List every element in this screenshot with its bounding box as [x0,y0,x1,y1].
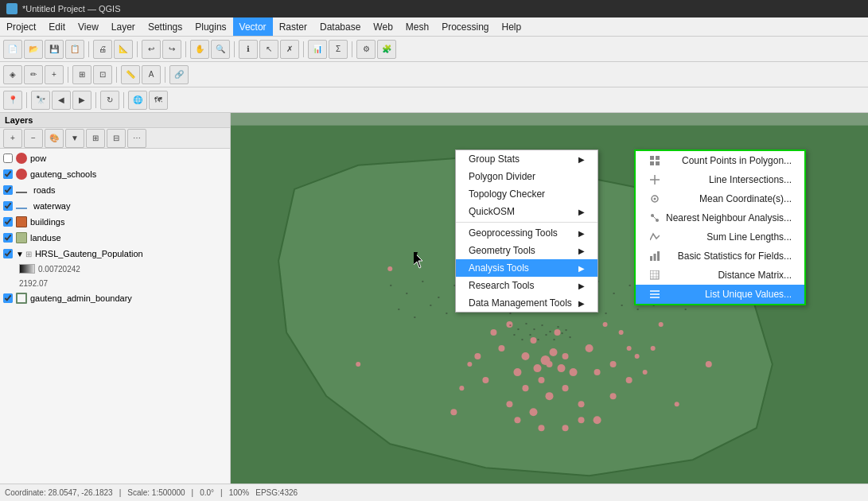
add-layer-btn[interactable]: + [3,129,22,148]
refresh-btn[interactable]: ↻ [100,91,119,110]
save-as-btn[interactable]: 📋 [65,40,84,59]
pan-map-btn[interactable]: ✋ [190,40,209,59]
svg-rect-84 [621,305,623,306]
remove-layer-btn[interactable]: − [24,129,43,148]
layer-item-gauteng-schools[interactable]: gauteng_schools [0,166,230,182]
expand-all-btn[interactable]: ⊞ [86,129,105,148]
save-project-btn[interactable]: 💾 [45,40,64,59]
map-canvas-area[interactable]: Group Stats ▶ Polygon Divider Topology C… [231,113,868,501]
title-bar: *Untitled Project — QGIS [0,0,868,17]
layer-checkbox-gauteng-schools[interactable] [3,169,13,179]
statistics-btn[interactable]: Σ [329,40,348,59]
deselect-btn[interactable]: ✗ [280,40,299,59]
vector-menu-analysis-tools[interactable]: Analysis Tools ▶ [456,259,597,277]
redo-btn[interactable]: ↪ [162,40,181,59]
svg-rect-100 [554,339,555,340]
status-bar: Coordinate: 28.0547, -26.1823 | Scale: 1… [0,484,868,501]
add-feature-btn[interactable]: + [45,65,64,84]
label-btn[interactable]: A [142,65,161,84]
layer-item-gauteng-admin[interactable]: gauteng_admin_boundary [0,290,230,306]
menu-help[interactable]: Help [496,17,528,36]
toolbar-1: 📄 📂 💾 📋 🖨 📐 ↩ ↪ ✋ 🔍 ℹ ↖ ✗ 📊 Σ ⚙ 🧩 [0,37,868,62]
edit-node-btn[interactable]: ◈ [3,65,22,84]
menu-settings[interactable]: Settings [142,17,189,36]
menu-mesh[interactable]: Mesh [399,17,435,36]
zoom-in-btn[interactable]: 🔍 [211,40,230,59]
select-btn[interactable]: ↖ [259,40,278,59]
layer-checkbox-waterway[interactable] [3,201,13,211]
vector-menu-quickosm[interactable]: QuickOSM ▶ [456,203,597,220]
zoom-full-btn[interactable]: ⊞ [72,65,91,84]
analysis-mean-coordinate[interactable]: Mean Coordinate(s)... [636,189,804,208]
menu-view[interactable]: View [72,17,105,36]
status-coords: Coordinate: 28.0547, -26.1823 [5,488,113,497]
analysis-count-points[interactable]: Count Points in Polygon... [636,151,804,170]
digitize-btn[interactable]: ✏ [24,65,43,84]
plugins-btn[interactable]: 🧩 [377,40,396,59]
menu-project[interactable]: Project [0,17,42,36]
measure-btn[interactable]: 📏 [121,65,140,84]
vector-menu-polygon-divider[interactable]: Polygon Divider [456,168,597,185]
analysis-sum-line-lengths[interactable]: Sum Line Lengths... [636,227,804,247]
menu-web[interactable]: Web [367,17,399,36]
vector-menu-geoprocessing[interactable]: Geoprocessing Tools ▶ [456,224,597,242]
layer-checkbox-pow[interactable] [3,153,13,163]
layer-checkbox-gauteng-admin[interactable] [3,293,13,303]
menu-plugins[interactable]: Plugins [189,17,232,36]
open-project-btn[interactable]: 📂 [24,40,43,59]
menu-processing[interactable]: Processing [435,17,495,36]
undo-btn[interactable]: ↩ [142,40,161,59]
layout-manager-btn[interactable]: 📐 [114,40,133,59]
processing-toolbox-btn[interactable]: ⚙ [356,40,376,59]
analysis-line-intersections[interactable]: Line Intersections... [636,170,804,189]
analysis-nearest-neighbour[interactable]: Nearest Neighbour Analysis... [636,208,804,227]
sep12 [123,92,124,108]
svg-rect-69 [685,309,687,310]
menu-raster[interactable]: Raster [273,17,313,36]
layer-checkbox-hrsl[interactable] [3,249,13,258]
vector-menu-topology-checker[interactable]: Topology Checker [456,185,597,203]
nav-back-btn[interactable]: ◀ [52,91,71,110]
open-attr-table-btn[interactable]: 📊 [308,40,327,59]
vector-menu-geometry[interactable]: Geometry Tools ▶ [456,242,597,259]
vector-menu-group-stats[interactable]: Group Stats ▶ [456,150,597,168]
menu-database[interactable]: Database [313,17,367,36]
layer-icon-gauteng-admin [16,293,27,304]
globe-btn[interactable]: 🗺 [149,91,168,110]
zoom-scale-btn[interactable]: 🔭 [31,91,50,110]
analysis-basic-statistics[interactable]: Basic Statistics for Fields... [636,247,804,266]
vector-menu-research[interactable]: Research Tools ▶ [456,277,597,294]
svg-point-36 [450,409,457,415]
crs-btn[interactable]: 🌐 [128,91,147,110]
snap-btn[interactable]: 🔗 [169,65,189,84]
nav-forward-btn[interactable]: ▶ [72,91,91,110]
layer-item-waterway[interactable]: waterway [0,198,230,214]
layer-item-roads[interactable]: roads [0,182,230,198]
filter-layer-btn[interactable]: ▼ [65,129,84,148]
analysis-distance-matrix[interactable]: Distance Matrix... [636,266,804,285]
analysis-list-unique-values[interactable]: List Unique Values... [636,285,804,304]
menu-layer[interactable]: Layer [105,17,142,36]
zoom-layer-btn[interactable]: ⊡ [93,65,112,84]
vector-menu-data-mgmt[interactable]: Data Management Tools ▶ [456,294,597,312]
layer-checkbox-buildings[interactable] [3,217,13,227]
layer-item-landuse[interactable]: landuse [0,230,230,246]
menu-edit[interactable]: Edit [42,17,72,36]
identify-btn[interactable]: ℹ [239,40,258,59]
new-project-btn[interactable]: 📄 [3,40,22,59]
coordinate-display-btn[interactable]: 📍 [3,91,22,110]
layer-item-pow[interactable]: pow [0,150,230,166]
layer-checkbox-roads[interactable] [3,185,13,195]
print-layout-btn[interactable]: 🖨 [93,40,112,59]
svg-point-110 [654,198,656,200]
svg-point-15 [529,408,537,416]
collapse-all-btn[interactable]: ⊟ [107,129,126,148]
svg-rect-91 [541,324,543,326]
menu-vector[interactable]: Vector [233,17,273,36]
layer-item-buildings[interactable]: buildings [0,214,230,230]
more-options-btn[interactable]: ⋯ [127,129,146,148]
layer-item-hrsl[interactable]: ▼ ⊞ HRSL_Gauteng_Population [0,246,230,262]
open-layer-styling-btn[interactable]: 🎨 [45,129,64,148]
svg-rect-88 [517,328,519,330]
layer-checkbox-landuse[interactable] [3,233,13,243]
